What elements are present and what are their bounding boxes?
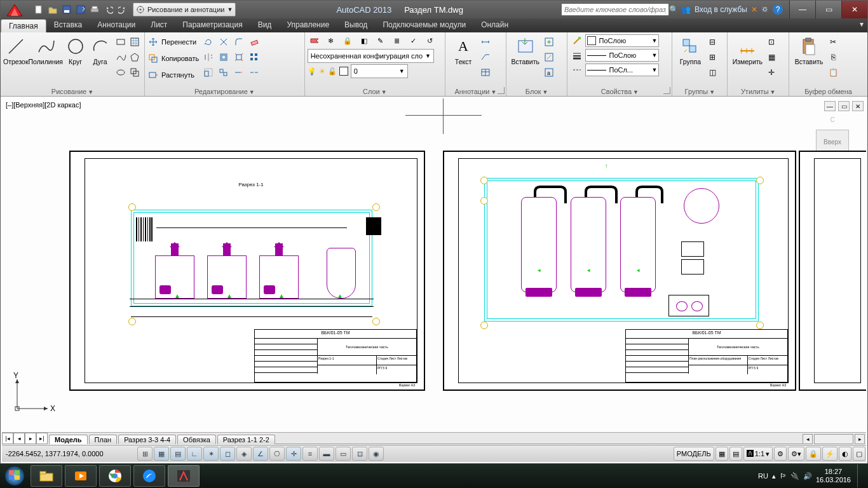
color-combo[interactable]: ПоСлою▼ <box>585 34 659 47</box>
taskbar-chrome[interactable] <box>99 465 131 487</box>
tab-first-icon[interactable]: |◂ <box>2 433 13 444</box>
av-icon[interactable]: ⚙ <box>774 447 787 461</box>
copy-button[interactable]: Копировать <box>147 51 199 65</box>
qv-dwg-icon[interactable]: ▤ <box>729 447 742 461</box>
flag-icon[interactable]: 🏳 <box>780 472 787 480</box>
tab-online[interactable]: Онлайн <box>473 18 516 32</box>
tab-home[interactable]: Главная <box>1 19 46 32</box>
rotate-icon[interactable] <box>201 35 215 49</box>
copy-clip-icon[interactable]: ⎘ <box>826 50 840 64</box>
save-icon[interactable] <box>60 3 73 16</box>
tray-volume-icon[interactable]: 🔊 <box>803 472 812 480</box>
tab-next-icon[interactable]: ▸ <box>25 433 36 444</box>
snap-icon[interactable]: ▦ <box>154 447 169 461</box>
help-icon[interactable]: ? <box>773 4 783 15</box>
tab-sec33[interactable]: Разрез 3-3 4-4 <box>118 435 176 444</box>
rect-icon[interactable] <box>114 35 128 49</box>
am-icon[interactable]: ◉ <box>369 447 384 461</box>
maximize-button[interactable]: ▭ <box>815 1 841 18</box>
lt-icon[interactable] <box>570 63 584 77</box>
region-icon[interactable] <box>128 65 142 79</box>
osnap-icon[interactable]: ◻ <box>220 447 235 461</box>
break-icon[interactable] <box>247 65 261 79</box>
otrack-icon[interactable]: ∠ <box>253 447 268 461</box>
tab-sec11[interactable]: Разрез 1-1 2-2 <box>217 435 275 444</box>
arc-button[interactable]: Дуга <box>88 34 112 65</box>
layer-prev-icon[interactable]: ↺ <box>423 34 437 48</box>
hw-accel-icon[interactable]: ⚡ <box>822 447 837 461</box>
qp-icon[interactable]: ▭ <box>336 447 351 461</box>
tab-param[interactable]: Параметризация <box>175 18 250 32</box>
create-block-icon[interactable] <box>542 35 556 49</box>
explode-icon[interactable] <box>232 50 246 64</box>
trim-icon[interactable] <box>217 35 231 49</box>
edit-block-icon[interactable] <box>542 50 556 64</box>
layer-state-combo[interactable]: Несохраненная конфигурация сло▼ <box>308 49 434 63</box>
group-edit-icon[interactable]: ⊞ <box>705 50 719 64</box>
tab-plan[interactable]: План <box>89 435 118 444</box>
plot-icon[interactable] <box>88 3 101 16</box>
polar-icon[interactable]: ✶ <box>203 447 219 461</box>
tab-output[interactable]: Вывод <box>337 18 375 32</box>
poly-icon[interactable] <box>128 50 142 64</box>
isolate-icon[interactable]: ◐ <box>839 447 851 461</box>
tab-prev-icon[interactable]: ◂ <box>13 433 25 444</box>
line-button[interactable]: Отрезок <box>3 34 29 65</box>
tab-insert[interactable]: Вставка <box>46 18 90 32</box>
workspace-combo[interactable]: Рисование и аннотации ▼ <box>133 3 236 17</box>
current-layer-combo[interactable]: 0▼ <box>351 64 408 78</box>
dim-icon[interactable] <box>478 35 492 49</box>
ducs-icon[interactable]: ⎔ <box>269 447 285 461</box>
clean-screen-icon[interactable]: ▢ <box>853 447 865 461</box>
layer-lock-icon[interactable]: 🔒 <box>341 34 355 48</box>
fillet-icon[interactable] <box>232 35 246 49</box>
layer-props-icon[interactable] <box>308 34 322 48</box>
circle-button[interactable]: Круг <box>63 34 88 65</box>
tray-power-icon[interactable]: 🔌 <box>790 472 799 480</box>
lang-indicator[interactable]: RU <box>758 472 768 480</box>
layer-off-icon[interactable]: ❄ <box>324 34 338 48</box>
tab-manage[interactable]: Управление <box>279 18 337 32</box>
array-icon[interactable] <box>247 50 261 64</box>
layer-iso-icon[interactable]: ◧ <box>357 34 371 48</box>
search-input[interactable] <box>561 3 669 16</box>
search-icon[interactable]: 🔍 <box>669 5 679 14</box>
open-icon[interactable] <box>46 3 59 16</box>
tpy-icon[interactable]: ▬ <box>319 447 334 461</box>
cut-icon[interactable]: ✂ <box>826 35 840 49</box>
match-props-icon[interactable] <box>570 34 584 48</box>
pline-button[interactable]: Полилиния <box>29 34 64 65</box>
hscroll-right-icon[interactable]: ▸ <box>855 434 865 444</box>
viewport-label[interactable]: [–][Верхняя][2D каркас] <box>6 101 81 109</box>
scale-icon[interactable] <box>201 65 215 79</box>
clock[interactable]: 18:27 16.03.2016 <box>816 468 851 484</box>
undo-icon[interactable] <box>102 3 115 16</box>
coords-readout[interactable]: -2264.5452, 1377.1974, 0.0000 <box>2 450 137 458</box>
exchange-icon[interactable]: ✕ <box>751 5 757 14</box>
ws-switch-icon[interactable]: ⚙▾ <box>788 447 804 461</box>
tab-last-icon[interactable]: ▸| <box>36 433 48 444</box>
3dosnap-icon[interactable]: ◈ <box>236 447 252 461</box>
taskbar-media[interactable] <box>65 465 97 487</box>
stretch-button[interactable]: Растянуть <box>147 68 199 82</box>
attr-icon[interactable]: a <box>542 65 556 79</box>
hatch-icon[interactable] <box>128 35 142 49</box>
offset-icon[interactable] <box>217 50 231 64</box>
layer-match-icon[interactable]: ✎ <box>374 34 388 48</box>
measure-button[interactable]: Измерить <box>730 34 764 65</box>
infer-icon[interactable]: ⊞ <box>137 447 153 461</box>
lengthen-icon[interactable] <box>232 65 246 79</box>
mirror-icon[interactable] <box>201 50 215 64</box>
group-sel-icon[interactable]: ◫ <box>705 65 719 79</box>
signin-link[interactable]: Вход в службы <box>695 5 747 14</box>
ellipse-icon[interactable] <box>114 65 128 79</box>
taskbar-explorer[interactable] <box>31 465 62 487</box>
lt-combo[interactable]: ПоСл...▼ <box>585 64 659 76</box>
paste-button[interactable]: Вставить <box>792 34 826 65</box>
erase-icon[interactable] <box>247 35 261 49</box>
pspace-button[interactable]: РМОДЕЛЬ <box>674 447 714 461</box>
tab-view[interactable]: Вид <box>250 18 280 32</box>
vp-max-icon[interactable]: ▭ <box>838 101 850 111</box>
align-icon[interactable] <box>217 65 231 79</box>
vp-min-icon[interactable]: — <box>824 101 836 111</box>
